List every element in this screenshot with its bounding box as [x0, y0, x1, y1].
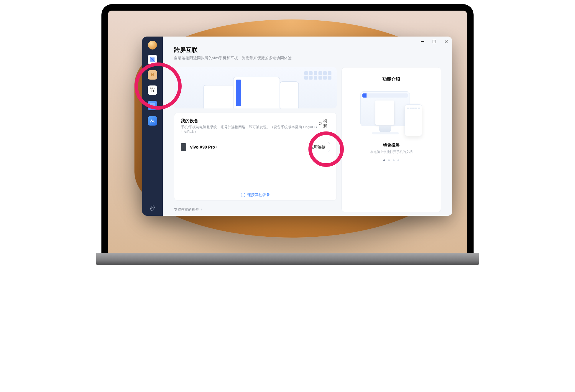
- sidebar-item-cross-screen[interactable]: [148, 55, 157, 64]
- devices-title: 我的设备: [181, 118, 318, 124]
- close-icon: [444, 40, 448, 43]
- app-window: N 星期六 21: [142, 37, 452, 216]
- devices-subtitle: 手机/平板与电脑登录统一账号并连接网络，即可被发现。（设备系统版本需为 Orig…: [181, 125, 318, 134]
- carousel-dots[interactable]: [383, 159, 399, 161]
- supported-models-link[interactable]: 支持连接的机型 〉: [174, 207, 337, 212]
- sidebar-item-office[interactable]: [148, 116, 157, 126]
- minimize-button[interactable]: [420, 39, 425, 44]
- chevron-right-icon: 〉: [201, 207, 204, 212]
- hero-illustration: [174, 67, 337, 108]
- dot-0[interactable]: [383, 159, 385, 161]
- page-subtitle: 自动连接附近同账号的vivo手机和平板，为您带来便捷的多端协同体验: [174, 56, 441, 61]
- feature-subtitle: 在电脑上便捷打开手机的文档: [370, 150, 413, 154]
- gallery-icon: [150, 103, 155, 108]
- refresh-label: 刷新: [323, 118, 330, 129]
- gear-icon: [150, 205, 155, 211]
- refresh-button[interactable]: 刷新: [318, 118, 330, 129]
- office-icon: [150, 118, 155, 123]
- svg-rect-2: [433, 40, 436, 43]
- svg-rect-1: [421, 41, 424, 42]
- cross-screen-icon: [150, 57, 155, 62]
- maximize-button[interactable]: [432, 39, 436, 44]
- sidebar: N 星期六 21: [142, 37, 163, 216]
- sidebar-item-notes[interactable]: N: [148, 70, 157, 80]
- connect-other-label: 连接其他设备: [247, 192, 270, 197]
- avatar[interactable]: [148, 41, 157, 50]
- device-row: vivo X90 Pro+ 立即连接: [181, 142, 330, 152]
- main-area: 跨屏互联 自动连接附近同账号的vivo手机和平板，为您带来便捷的多端协同体验: [163, 37, 452, 216]
- refresh-icon: [318, 121, 322, 126]
- sidebar-item-calendar[interactable]: 星期六 21: [148, 85, 157, 95]
- dot-1[interactable]: [388, 159, 390, 161]
- settings-button[interactable]: [150, 205, 155, 212]
- feature-title: 镜像投屏: [383, 143, 400, 148]
- sidebar-item-gallery[interactable]: [148, 101, 157, 110]
- page-header: 跨屏互联 自动连接附近同账号的vivo手机和平板，为您带来便捷的多端协同体验: [174, 46, 441, 61]
- monitor-base: [96, 253, 479, 265]
- feature-panel: 功能介绍 镜像投屏 在电脑上便捷打开手机的文档: [341, 67, 441, 212]
- page-title: 跨屏互联: [174, 46, 441, 54]
- supported-models-label: 支持连接的机型: [174, 207, 199, 212]
- feature-heading: 功能介绍: [382, 76, 400, 82]
- minimize-icon: [421, 40, 424, 43]
- dot-3[interactable]: [397, 159, 399, 161]
- connect-button[interactable]: 立即连接: [306, 142, 330, 152]
- connect-other-devices[interactable]: + 连接其他设备: [181, 187, 330, 197]
- device-name: vivo X90 Pro+: [190, 145, 217, 149]
- dot-2[interactable]: [393, 159, 395, 161]
- phone-icon: [181, 143, 186, 151]
- svg-rect-0: [150, 103, 155, 108]
- calendar-day: 21: [150, 89, 154, 93]
- feature-illustration: [360, 90, 422, 140]
- close-button[interactable]: [444, 39, 448, 44]
- maximize-icon: [433, 40, 436, 43]
- plus-icon: +: [241, 193, 245, 197]
- devices-card: 我的设备 手机/平板与电脑登录统一账号并连接网络，即可被发现。（设备系统版本需为…: [174, 113, 337, 201]
